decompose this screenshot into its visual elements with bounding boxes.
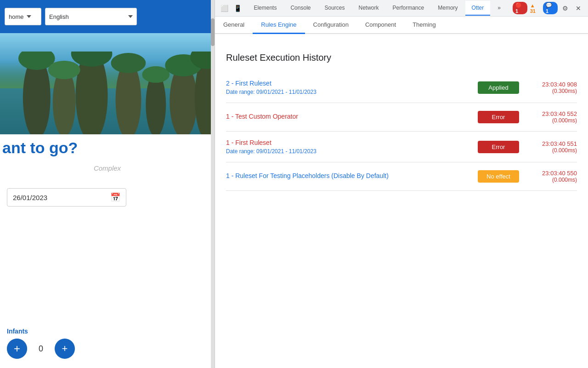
infants-count: 0 [34,344,48,354]
language-dropdown[interactable]: English [45,8,137,25]
ruleset-badge-3[interactable]: Error [478,141,519,153]
date-input-wrapper[interactable]: 26/01/2023 📅 [7,188,126,207]
ruleset-info-4: 1 - Ruleset For Testing Placeholders (Di… [226,172,478,181]
tab-component[interactable]: Component [357,17,404,34]
calendar-icon[interactable]: 📅 [110,192,120,202]
error-badge: 🔴 1 [513,2,527,14]
ruleset-row-4: 1 - Ruleset For Testing Placeholders (Di… [226,162,577,191]
warning-badge: ▲ 31 [530,3,540,14]
info-badge: 💬 1 [543,2,558,14]
tab-elements[interactable]: Elements [247,1,283,16]
hero-image [0,33,215,134]
ruleset-row-3: 1 - First Ruleset Date range: 09/01/2021… [226,132,577,162]
infants-section: Infants − 0 + [0,328,215,359]
svg-point-12 [142,66,170,83]
ruleset-duration-1: (0.300ms) [526,88,577,94]
ruleset-duration-2: (0.000ms) [526,117,577,124]
plus-button[interactable]: + [55,339,75,359]
infants-label: Infants [7,328,208,335]
ruleset-name-3[interactable]: 1 - First Ruleset [226,139,478,146]
ruleset-badge-2[interactable]: Error [478,111,519,123]
ruleset-name-1[interactable]: 2 - First Ruleset [226,80,478,87]
counter-row: − 0 + [7,339,208,359]
ruleset-timestamp-2: 23:03:40 552 [526,110,577,117]
tab-theming[interactable]: Theming [404,17,444,34]
headline-area: ant to go? [0,134,215,162]
otter-content: Ruleset Execution History 2 - First Rule… [215,43,588,368]
ruleset-badge-4[interactable]: No effect [478,170,519,183]
tab-sources[interactable]: Sources [318,1,351,16]
add-button[interactable]: + [7,339,27,359]
ruleset-row-1: 2 - First Ruleset Date range: 09/01/2021… [226,72,577,103]
ruleset-duration-4: (0.000ms) [526,177,577,183]
ruleset-time-2: 23:03:40 552 (0.000ms) [526,110,577,124]
tab-console[interactable]: Console [284,1,317,16]
devtools-toolbar: ⬜ 📱 Elements Console Sources Network Per… [215,0,588,17]
date-section: 26/01/2023 📅 [0,179,215,216]
ruleset-date-1: Date range: 09/01/2021 - 11/01/2023 [226,89,478,95]
otter-panel-tabs: General Rules Engine Configuration Compo… [215,17,588,34]
device-icon[interactable]: 📱 [232,2,243,15]
section-title: Ruleset Execution History [226,52,577,63]
complex-label: Complex [0,162,215,179]
ruleset-date-3: Date range: 09/01/2021 - 11/01/2023 [226,148,478,155]
svg-point-11 [111,53,146,73]
language-dropdown-value: English [49,13,69,20]
ruleset-timestamp-3: 23:03:40 551 [526,140,577,147]
settings-icon[interactable]: ⚙ [560,2,571,15]
ruleset-time-4: 23:03:40 550 (0.000ms) [526,170,577,183]
home-dropdown-chevron [27,15,31,18]
ruleset-row-2: 1 - Test Custom Operator Error 23:03:40 … [226,103,577,132]
tab-network[interactable]: Network [352,1,385,16]
ruleset-time-3: 23:03:40 551 (0.000ms) [526,140,577,154]
home-dropdown-value: home [9,13,24,20]
tab-performance[interactable]: Performance [386,1,431,16]
svg-point-9 [48,61,80,79]
home-dropdown[interactable]: home [5,8,41,25]
tab-general[interactable]: General [215,17,253,34]
left-panel: home English [0,0,215,368]
tab-otter[interactable]: Otter [465,1,491,16]
devtools-panel: ⬜ 📱 Elements Console Sources Network Per… [215,0,588,368]
ruleset-name-2[interactable]: 1 - Test Custom Operator [226,113,478,120]
ruleset-info-1: 2 - First Ruleset Date range: 09/01/2021… [226,80,478,95]
ruleset-badge-1[interactable]: Applied [478,81,519,94]
devtools-tab-group: Elements Console Sources Network Perform… [247,1,507,16]
inspect-icon[interactable]: ⬜ [219,2,230,15]
ruleset-name-4[interactable]: 1 - Ruleset For Testing Placeholders (Di… [226,172,478,179]
devtools-badges: 🔴 1 ▲ 31 💬 1 [513,2,558,14]
tab-memory[interactable]: Memory [431,1,464,16]
tab-more[interactable]: » [491,1,507,16]
ruleset-time-1: 23:03:40 908 (0.300ms) [526,81,577,94]
tab-rules-engine[interactable]: Rules Engine [253,17,305,34]
ruleset-duration-3: (0.000ms) [526,147,577,154]
ruleset-timestamp-4: 23:03:40 550 [526,170,577,177]
language-dropdown-chevron [128,15,133,18]
ruleset-info-3: 1 - First Ruleset Date range: 09/01/2021… [226,139,478,155]
scroll-bar[interactable] [211,0,215,368]
svg-point-10 [71,52,113,67]
rock-formations [0,52,215,134]
ruleset-info-2: 1 - Test Custom Operator [226,113,478,122]
close-icon[interactable]: ✕ [573,2,584,15]
top-bar: home English [0,0,215,33]
date-input-value: 26/01/2023 [13,194,110,201]
scroll-thumb [211,18,215,46]
ruleset-timestamp-1: 23:03:40 908 [526,81,577,88]
tab-configuration[interactable]: Configuration [305,17,357,34]
headline-text: ant to go? [2,139,78,156]
